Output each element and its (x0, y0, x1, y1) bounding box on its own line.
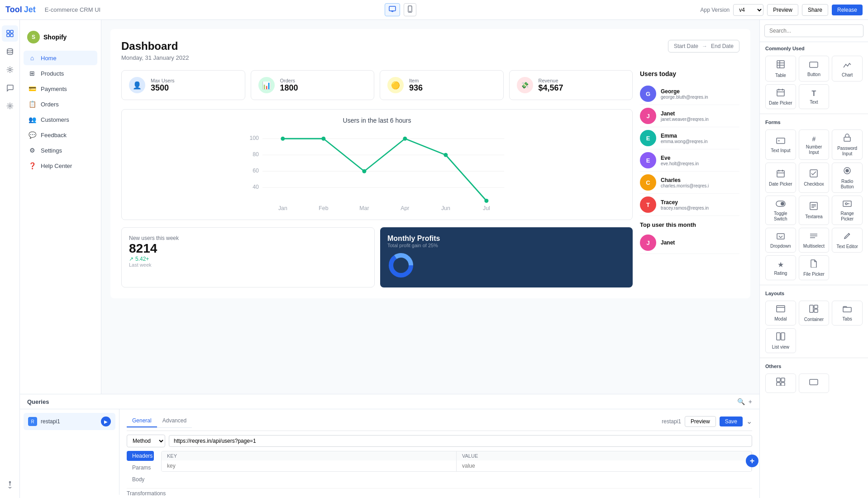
mobile-btn[interactable] (404, 3, 416, 16)
query-editor: General Advanced restapi1 Preview Save ⌄… (119, 409, 759, 495)
query-editor-header: General Advanced restapi1 Preview Save ⌄ (127, 415, 752, 431)
revenue-icon: 💸 (517, 77, 533, 93)
start-date-label: Start Date (674, 43, 698, 49)
sidebar-item-settings-label: Settings (41, 147, 62, 154)
svg-rect-38 (777, 90, 784, 96)
widget-rating[interactable]: ★ Rating (765, 255, 796, 280)
preview-button[interactable]: Preview (767, 4, 798, 16)
iconbar-chat[interactable] (2, 80, 18, 96)
tab-advanced[interactable]: Advanced (157, 415, 192, 427)
queries-label: Queries (27, 398, 49, 405)
query-item-icon: R (28, 417, 37, 426)
widget-checkbox[interactable]: Checkbox (799, 163, 830, 193)
kv-key-input[interactable] (162, 460, 457, 471)
widget-dropdown[interactable]: Dropdown (765, 228, 796, 253)
widget-tabs[interactable]: Tabs (832, 301, 863, 326)
widget-multiselect[interactable]: Multiselect (799, 228, 830, 253)
app-name: E-commerce CRM UI (45, 6, 101, 13)
sidebar-item-feedback[interactable]: 💬 Feedback (24, 128, 97, 142)
method-select[interactable]: Method GET POST PUT DELETE (127, 435, 165, 447)
kv-value-header: VALUE (457, 451, 752, 460)
widget-textarea[interactable]: Textarea (799, 196, 830, 225)
top-user-janet-name: Janet (661, 239, 675, 246)
query-save-btn[interactable]: Save (720, 417, 743, 426)
iconbar-database[interactable] (2, 43, 18, 60)
revenue-info: Revenue $4,567 (539, 78, 563, 93)
dashboard-title: Dashboard (121, 40, 189, 53)
date-range[interactable]: Start Date → End Date (668, 40, 739, 53)
profits-sub: Total profit gain of 25% (387, 243, 625, 248)
user-george-info: George george.bluth@reqres.in (661, 88, 708, 100)
widget-list-view[interactable]: List view (765, 328, 796, 353)
widget-container[interactable]: Container (799, 301, 830, 326)
svg-rect-78 (810, 379, 818, 385)
table-widget-icon (776, 60, 785, 71)
widget-number-input[interactable]: # Number Input (799, 129, 830, 160)
widget-other1[interactable] (765, 374, 796, 393)
feedback-icon: 💬 (28, 131, 36, 139)
user-janet-email: janet.weaver@reqres.in (661, 117, 709, 122)
svg-text:100: 100 (249, 135, 259, 141)
text-widget-icon: T (812, 90, 816, 98)
widget-modal[interactable]: Modal (765, 301, 796, 326)
req-tab-body[interactable]: Body (127, 474, 154, 484)
iconbar-settings[interactable] (2, 62, 18, 78)
desktop-btn[interactable] (385, 3, 400, 16)
logo: ToolJet (5, 5, 36, 14)
transformations-label: Transformations (127, 488, 752, 497)
sidebar-item-customers[interactable]: 👥 Customers (24, 112, 97, 127)
iconbar-pages[interactable] (2, 25, 18, 42)
share-button[interactable]: Share (802, 4, 828, 16)
widget-date-picker2[interactable]: Date Picker (765, 163, 796, 193)
req-tab-params[interactable]: Params (127, 463, 154, 473)
widget-search-input[interactable] (764, 24, 863, 37)
req-tab-headers[interactable]: Headers (127, 451, 154, 461)
iconbar-gear[interactable] (2, 98, 18, 114)
top-user-section: Top user this month J Janet (640, 221, 739, 254)
kv-value-input[interactable] (457, 460, 752, 471)
sidebar-item-home[interactable]: ⌂ Home (24, 51, 97, 65)
tab-general[interactable]: General (127, 415, 157, 427)
widget-date-picker[interactable]: Date Picker (765, 84, 796, 109)
widget-password-input[interactable]: Password Input (832, 129, 863, 160)
query-add-btn[interactable]: + (749, 398, 752, 405)
widget-toggle-switch[interactable]: Toggle Switch (765, 196, 796, 225)
widget-file-picker[interactable]: File Picker (799, 255, 830, 280)
svg-text:Jun: Jun (441, 205, 450, 211)
stat-orders: 📊 Orders 1800 (251, 70, 375, 100)
user-janet-info: Janet janet.weaver@reqres.in (661, 110, 709, 122)
widget-range-picker[interactable]: Range Picker (832, 196, 863, 225)
widget-radio-button[interactable]: Radio Button (832, 163, 863, 193)
kv-add-btn[interactable]: + (746, 455, 758, 467)
home-icon: ⌂ (28, 54, 36, 62)
svg-point-10 (9, 482, 10, 483)
widget-text-editor[interactable]: Text Editor (832, 228, 863, 253)
widget-chart[interactable]: Chart (832, 56, 863, 81)
widget-text[interactable]: T Text (799, 84, 830, 109)
widget-table[interactable]: Table (765, 56, 796, 81)
svg-rect-4 (10, 30, 13, 33)
query-preview-btn[interactable]: Preview (685, 416, 716, 427)
query-collapse-btn[interactable]: ⌄ (746, 417, 752, 426)
widget-text-input[interactable]: Text Input (765, 129, 796, 160)
query-search-btn[interactable]: 🔍 (737, 398, 745, 405)
items-value: 936 (409, 83, 423, 93)
widget-button[interactable]: Button (799, 56, 830, 81)
items-info: Item 936 (409, 78, 423, 93)
svg-rect-73 (781, 333, 785, 340)
sidebar-item-orders[interactable]: 📋 Orders (24, 97, 97, 111)
query-run-btn[interactable]: ▶ (101, 417, 111, 426)
url-input[interactable] (169, 435, 752, 447)
widget-other2[interactable] (799, 374, 830, 393)
sidebar-item-products[interactable]: ⊞ Products (24, 66, 97, 81)
sidebar-item-help[interactable]: ❓ Help Center (24, 158, 97, 173)
sidebar-item-payments[interactable]: 💳 Payments (24, 81, 97, 96)
sidebar-item-settings[interactable]: ⚙ Settings (24, 143, 97, 158)
release-button[interactable]: Release (832, 5, 863, 15)
version-select[interactable]: v4 v3 v2 (733, 4, 763, 16)
avatar-george: G (640, 86, 656, 102)
iconbar-bottom[interactable] (2, 476, 18, 493)
query-item-restapi1[interactable]: R restapi1 ▶ (24, 413, 115, 430)
avatar-tracey: T (640, 196, 656, 213)
svg-text:Jan: Jan (278, 205, 287, 211)
